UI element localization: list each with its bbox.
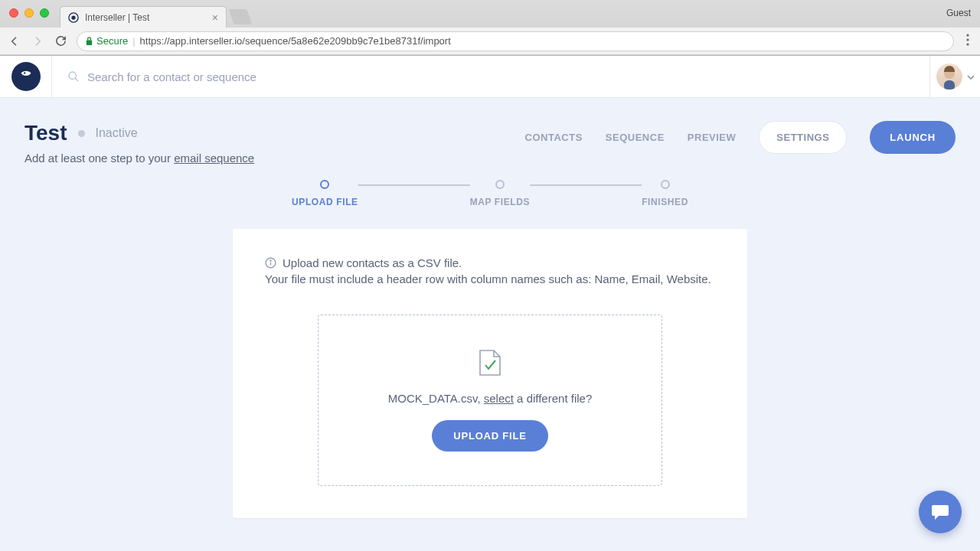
forward-button[interactable] [31, 35, 44, 47]
user-menu[interactable] [929, 56, 980, 97]
step-circle-icon [495, 180, 505, 189]
upload-card: Upload new contacts as a CSV file. Your … [233, 229, 747, 518]
status-text: Inactive [96, 126, 138, 140]
svg-point-4 [966, 38, 969, 41]
lock-icon [85, 36, 93, 46]
address-bar: Secure | https://app.interseller.io/sequ… [0, 28, 980, 55]
browser-chrome: Interseller | Test × Guest Secure | http… [0, 0, 980, 56]
svg-line-8 [75, 78, 78, 81]
dropzone[interactable]: MOCK_DATA.csv, select a different file? … [318, 315, 662, 486]
sequence-info: Test Inactive Add at least one step to y… [24, 121, 525, 165]
stepper: UPLOAD FILE MAP FIELDS FINISHED [0, 180, 980, 207]
chat-fab[interactable] [919, 491, 962, 533]
svg-rect-2 [87, 41, 92, 45]
close-window-button[interactable] [9, 8, 18, 18]
nav-preview[interactable]: PREVIEW [688, 132, 736, 143]
svg-point-3 [966, 34, 969, 36]
step-circle-icon [661, 180, 670, 189]
tab-bar: Interseller | Test × Guest [0, 0, 980, 28]
favicon-icon [68, 12, 79, 23]
info-row: Upload new contacts as a CSV file. [265, 256, 715, 269]
maximize-window-button[interactable] [40, 8, 49, 18]
url-input[interactable]: Secure | https://app.interseller.io/sequ… [77, 31, 954, 51]
step-upload[interactable]: UPLOAD FILE [292, 180, 358, 207]
reload-button[interactable] [54, 34, 67, 47]
chevron-down-icon [967, 72, 975, 81]
step-circle-icon [320, 180, 329, 189]
step-finished[interactable]: FINISHED [642, 180, 688, 207]
minimize-window-button[interactable] [24, 8, 34, 18]
svg-point-7 [69, 72, 76, 79]
tab-title: Interseller | Test [85, 12, 206, 23]
new-tab-button[interactable] [228, 9, 252, 24]
secure-badge: Secure [85, 35, 128, 47]
status-dot-icon [78, 130, 85, 137]
secure-label: Secure [96, 35, 128, 47]
page-header: Test Inactive Add at least one step to y… [0, 98, 980, 172]
search-wrap [51, 56, 929, 97]
svg-point-1 [71, 15, 75, 19]
launch-button[interactable]: LAUNCH [870, 121, 956, 154]
avatar [936, 64, 962, 90]
sequence-title: Test [24, 121, 67, 145]
info-subtext: Your file must include a header row with… [265, 272, 715, 285]
select-file-link[interactable]: select [484, 392, 514, 405]
svg-point-5 [966, 43, 969, 45]
search-input[interactable] [87, 70, 394, 83]
svg-point-13 [270, 260, 271, 261]
logo-wrap [0, 62, 51, 91]
app-header [0, 56, 980, 98]
url-text: https://app.interseller.io/sequence/5a8e… [140, 35, 451, 47]
step-label: FINISHED [642, 197, 688, 207]
nav-contacts[interactable]: CONTACTS [525, 132, 583, 143]
step-connector [530, 184, 642, 186]
step-label: MAP FIELDS [470, 197, 530, 207]
email-sequence-link[interactable]: email sequence [174, 152, 254, 165]
close-tab-button[interactable]: × [212, 11, 218, 24]
window-controls [9, 8, 49, 18]
step-connector [358, 184, 470, 186]
back-button[interactable] [8, 35, 21, 47]
nav-sequence[interactable]: SEQUENCE [606, 132, 665, 143]
settings-button[interactable]: SETTINGS [759, 121, 847, 154]
search-icon [67, 70, 80, 83]
file-selected-text: MOCK_DATA.csv, select a different file? [388, 392, 593, 405]
step-map-fields[interactable]: MAP FIELDS [470, 180, 530, 207]
browser-tab[interactable]: Interseller | Test × [60, 6, 227, 28]
chat-icon [930, 503, 950, 521]
svg-rect-10 [944, 80, 955, 90]
app-logo[interactable] [11, 62, 41, 91]
browser-menu-button[interactable] [963, 34, 972, 49]
svg-point-6 [23, 72, 24, 73]
sequence-nav: CONTACTS SEQUENCE PREVIEW SETTINGS LAUNC… [525, 121, 956, 154]
upload-file-button[interactable]: UPLOAD FILE [432, 420, 547, 452]
sequence-subtext: Add at least one step to your email sequ… [24, 152, 525, 165]
app-root: Test Inactive Add at least one step to y… [0, 56, 980, 551]
guest-label[interactable]: Guest [946, 8, 971, 18]
step-label: UPLOAD FILE [292, 197, 358, 207]
info-icon [265, 257, 276, 269]
file-check-icon [479, 349, 501, 377]
info-text: Upload new contacts as a CSV file. [283, 256, 462, 269]
